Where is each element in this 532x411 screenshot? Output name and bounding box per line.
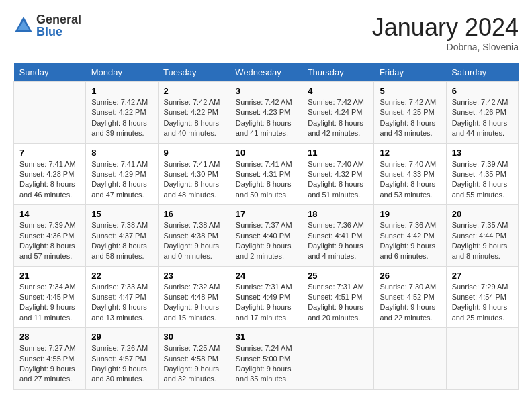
day-info: Sunrise: 7:31 AM Sunset: 4:51 PM Dayligh… xyxy=(308,282,368,324)
calendar-cell: 20Sunrise: 7:35 AM Sunset: 4:44 PM Dayli… xyxy=(446,205,518,267)
logo-blue: Blue xyxy=(36,26,81,38)
day-info: Sunrise: 7:40 AM Sunset: 4:32 PM Dayligh… xyxy=(308,159,368,201)
day-info: Sunrise: 7:40 AM Sunset: 4:33 PM Dayligh… xyxy=(380,159,440,201)
day-info: Sunrise: 7:42 AM Sunset: 4:22 PM Dayligh… xyxy=(164,97,224,139)
day-number: 15 xyxy=(91,209,152,219)
day-info: Sunrise: 7:26 AM Sunset: 4:57 PM Dayligh… xyxy=(91,343,152,385)
calendar-cell: 11Sunrise: 7:40 AM Sunset: 4:32 PM Dayli… xyxy=(302,143,374,205)
col-wednesday: Wednesday xyxy=(230,63,302,82)
day-info: Sunrise: 7:42 AM Sunset: 4:26 PM Dayligh… xyxy=(452,97,513,139)
day-number: 14 xyxy=(19,209,80,219)
week-row: 28Sunrise: 7:27 AM Sunset: 4:55 PM Dayli… xyxy=(14,328,519,390)
logo-text: General Blue xyxy=(36,13,81,38)
calendar-cell: 1Sunrise: 7:42 AM Sunset: 4:22 PM Daylig… xyxy=(86,82,158,144)
day-number: 6 xyxy=(452,86,513,96)
calendar-cell: 19Sunrise: 7:36 AM Sunset: 4:42 PM Dayli… xyxy=(374,205,446,267)
calendar-cell: 6Sunrise: 7:42 AM Sunset: 4:26 PM Daylig… xyxy=(446,82,518,144)
calendar-cell: 2Sunrise: 7:42 AM Sunset: 4:22 PM Daylig… xyxy=(158,82,230,144)
day-number: 13 xyxy=(452,148,513,158)
day-number: 1 xyxy=(91,86,152,96)
week-row: 14Sunrise: 7:39 AM Sunset: 4:36 PM Dayli… xyxy=(14,205,519,267)
col-monday: Monday xyxy=(86,63,158,82)
calendar-cell: 25Sunrise: 7:31 AM Sunset: 4:51 PM Dayli… xyxy=(302,266,374,328)
day-number: 18 xyxy=(308,209,368,219)
calendar-cell: 8Sunrise: 7:41 AM Sunset: 4:29 PM Daylig… xyxy=(86,143,158,205)
calendar-cell: 12Sunrise: 7:40 AM Sunset: 4:33 PM Dayli… xyxy=(374,143,446,205)
day-info: Sunrise: 7:33 AM Sunset: 4:47 PM Dayligh… xyxy=(91,282,152,324)
day-info: Sunrise: 7:39 AM Sunset: 4:35 PM Dayligh… xyxy=(452,159,513,201)
calendar-cell: 7Sunrise: 7:41 AM Sunset: 4:28 PM Daylig… xyxy=(14,143,86,205)
col-tuesday: Tuesday xyxy=(158,63,230,82)
calendar-cell xyxy=(374,328,446,390)
location: Dobrna, Slovenia xyxy=(372,42,519,52)
calendar-cell: 27Sunrise: 7:29 AM Sunset: 4:54 PM Dayli… xyxy=(446,266,518,328)
calendar-cell: 5Sunrise: 7:42 AM Sunset: 4:25 PM Daylig… xyxy=(374,82,446,144)
day-info: Sunrise: 7:42 AM Sunset: 4:22 PM Dayligh… xyxy=(91,97,152,139)
calendar-table: Sunday Monday Tuesday Wednesday Thursday… xyxy=(13,63,519,390)
page-header: General Blue January 2024 Dobrna, Sloven… xyxy=(13,13,519,52)
col-saturday: Saturday xyxy=(446,63,518,82)
calendar-cell: 18Sunrise: 7:36 AM Sunset: 4:41 PM Dayli… xyxy=(302,205,374,267)
day-info: Sunrise: 7:42 AM Sunset: 4:25 PM Dayligh… xyxy=(380,97,440,139)
day-info: Sunrise: 7:36 AM Sunset: 4:42 PM Dayligh… xyxy=(380,220,440,262)
day-number: 3 xyxy=(236,86,296,96)
day-info: Sunrise: 7:29 AM Sunset: 4:54 PM Dayligh… xyxy=(452,282,513,324)
day-info: Sunrise: 7:35 AM Sunset: 4:44 PM Dayligh… xyxy=(452,220,513,262)
calendar-cell: 21Sunrise: 7:34 AM Sunset: 4:45 PM Dayli… xyxy=(14,266,86,328)
day-number: 23 xyxy=(164,271,224,281)
col-thursday: Thursday xyxy=(302,63,374,82)
calendar-header: Sunday Monday Tuesday Wednesday Thursday… xyxy=(14,63,519,82)
calendar-cell: 16Sunrise: 7:38 AM Sunset: 4:38 PM Dayli… xyxy=(158,205,230,267)
calendar-cell: 30Sunrise: 7:25 AM Sunset: 4:58 PM Dayli… xyxy=(158,328,230,390)
logo: General Blue xyxy=(13,13,81,38)
day-info: Sunrise: 7:38 AM Sunset: 4:37 PM Dayligh… xyxy=(91,220,152,262)
calendar-cell: 28Sunrise: 7:27 AM Sunset: 4:55 PM Dayli… xyxy=(14,328,86,390)
calendar-cell: 31Sunrise: 7:24 AM Sunset: 5:00 PM Dayli… xyxy=(230,328,302,390)
day-info: Sunrise: 7:32 AM Sunset: 4:48 PM Dayligh… xyxy=(164,282,224,324)
day-number: 11 xyxy=(308,148,368,158)
day-info: Sunrise: 7:41 AM Sunset: 4:28 PM Dayligh… xyxy=(19,159,80,201)
day-number: 20 xyxy=(452,209,513,219)
day-number: 25 xyxy=(308,271,368,281)
calendar-cell: 10Sunrise: 7:41 AM Sunset: 4:31 PM Dayli… xyxy=(230,143,302,205)
calendar-cell xyxy=(446,328,518,390)
day-number: 21 xyxy=(19,271,80,281)
day-number: 30 xyxy=(164,332,224,342)
calendar-cell: 13Sunrise: 7:39 AM Sunset: 4:35 PM Dayli… xyxy=(446,143,518,205)
calendar-cell: 23Sunrise: 7:32 AM Sunset: 4:48 PM Dayli… xyxy=(158,266,230,328)
day-number: 4 xyxy=(308,86,368,96)
day-info: Sunrise: 7:34 AM Sunset: 4:45 PM Dayligh… xyxy=(19,282,80,324)
logo-general: General xyxy=(36,13,81,26)
day-number: 7 xyxy=(19,148,80,158)
calendar-cell: 29Sunrise: 7:26 AM Sunset: 4:57 PM Dayli… xyxy=(86,328,158,390)
day-number: 22 xyxy=(91,271,152,281)
day-info: Sunrise: 7:31 AM Sunset: 4:49 PM Dayligh… xyxy=(236,282,296,324)
week-row: 1Sunrise: 7:42 AM Sunset: 4:22 PM Daylig… xyxy=(14,82,519,144)
calendar-cell: 17Sunrise: 7:37 AM Sunset: 4:40 PM Dayli… xyxy=(230,205,302,267)
day-info: Sunrise: 7:24 AM Sunset: 5:00 PM Dayligh… xyxy=(236,343,296,385)
calendar-cell: 3Sunrise: 7:42 AM Sunset: 4:23 PM Daylig… xyxy=(230,82,302,144)
day-info: Sunrise: 7:39 AM Sunset: 4:36 PM Dayligh… xyxy=(19,220,80,262)
month-title: January 2024 xyxy=(372,13,519,42)
calendar-cell: 15Sunrise: 7:38 AM Sunset: 4:37 PM Dayli… xyxy=(86,205,158,267)
day-number: 29 xyxy=(91,332,152,342)
calendar-cell: 24Sunrise: 7:31 AM Sunset: 4:49 PM Dayli… xyxy=(230,266,302,328)
day-info: Sunrise: 7:41 AM Sunset: 4:31 PM Dayligh… xyxy=(236,159,296,201)
day-number: 17 xyxy=(236,209,296,219)
day-info: Sunrise: 7:30 AM Sunset: 4:52 PM Dayligh… xyxy=(380,282,440,324)
day-info: Sunrise: 7:38 AM Sunset: 4:38 PM Dayligh… xyxy=(164,220,224,262)
calendar-body: 1Sunrise: 7:42 AM Sunset: 4:22 PM Daylig… xyxy=(14,82,519,390)
calendar-cell xyxy=(302,328,374,390)
day-number: 12 xyxy=(380,148,440,158)
calendar-cell: 22Sunrise: 7:33 AM Sunset: 4:47 PM Dayli… xyxy=(86,266,158,328)
day-info: Sunrise: 7:25 AM Sunset: 4:58 PM Dayligh… xyxy=(164,343,224,385)
col-sunday: Sunday xyxy=(14,63,86,82)
calendar-cell: 14Sunrise: 7:39 AM Sunset: 4:36 PM Dayli… xyxy=(14,205,86,267)
day-number: 9 xyxy=(164,148,224,158)
title-block: January 2024 Dobrna, Slovenia xyxy=(372,13,519,52)
day-info: Sunrise: 7:41 AM Sunset: 4:29 PM Dayligh… xyxy=(91,159,152,201)
week-row: 21Sunrise: 7:34 AM Sunset: 4:45 PM Dayli… xyxy=(14,266,519,328)
calendar-cell: 9Sunrise: 7:41 AM Sunset: 4:30 PM Daylig… xyxy=(158,143,230,205)
col-friday: Friday xyxy=(374,63,446,82)
day-number: 16 xyxy=(164,209,224,219)
